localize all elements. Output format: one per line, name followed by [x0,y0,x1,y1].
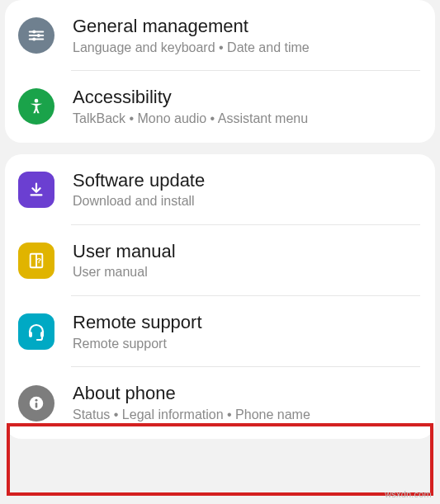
row-subtitle: Remote support [73,336,202,353]
svg-rect-10 [29,332,32,337]
svg-text:?: ? [36,257,41,265]
download-icon [18,172,54,208]
svg-point-3 [32,31,35,34]
row-texts: User manual User manual [73,240,176,281]
settings-group-2: Software update Download and install ? U… [5,154,435,439]
row-user-manual[interactable]: ? User manual User manual [5,225,435,296]
info-icon [18,385,54,422]
person-icon [18,88,54,125]
row-subtitle: Status • Legal information • Phone name [73,407,310,424]
row-title: User manual [73,240,176,263]
svg-point-6 [35,99,39,103]
sliders-icon [18,17,54,54]
headset-icon [18,313,54,350]
row-software-update[interactable]: Software update Download and install [5,154,435,225]
row-remote-support[interactable]: Remote support Remote support [5,296,435,367]
row-texts: Remote support Remote support [73,311,202,352]
svg-point-13 [35,398,38,401]
settings-group-1: General management Language and keyboard… [5,0,435,143]
row-title: Remote support [73,311,202,334]
row-title: About phone [73,382,310,405]
row-accessibility[interactable]: Accessibility TalkBack • Mono audio • As… [5,71,435,142]
svg-rect-14 [35,403,38,407]
svg-point-5 [32,38,35,41]
row-texts: Software update Download and install [73,169,205,210]
row-title: Accessibility [73,86,308,109]
row-subtitle: Language and keyboard • Date and time [73,40,310,57]
row-about-phone[interactable]: About phone Status • Legal information •… [5,367,435,438]
row-title: Software update [73,169,205,192]
row-title: General management [73,15,310,38]
row-texts: Accessibility TalkBack • Mono audio • As… [73,86,308,127]
row-subtitle: TalkBack • Mono audio • Assistant menu [73,111,308,128]
row-subtitle: Download and install [73,193,205,210]
help-book-icon: ? [18,243,54,279]
row-texts: About phone Status • Legal information •… [73,382,310,423]
row-general-management[interactable]: General management Language and keyboard… [5,0,435,71]
row-texts: General management Language and keyboard… [73,15,310,56]
svg-point-4 [37,34,40,37]
row-subtitle: User manual [73,264,176,281]
watermark-text: wsxdn.com [385,489,432,499]
